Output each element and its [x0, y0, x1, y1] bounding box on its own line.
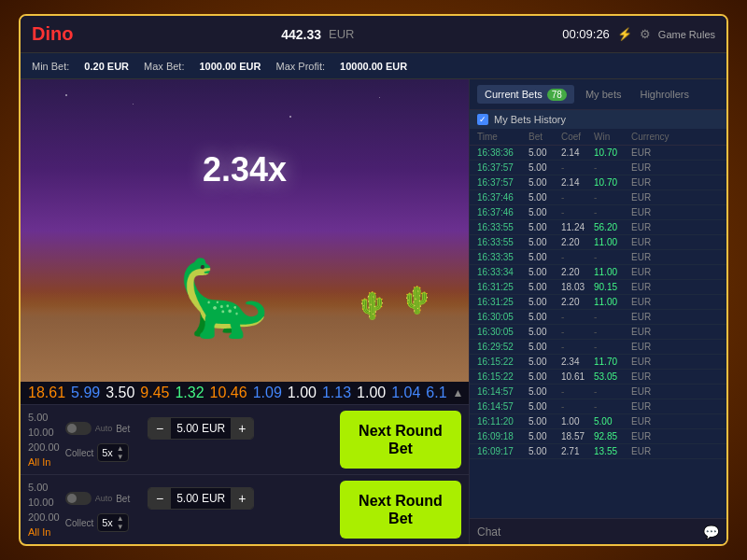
sub-header: Min Bet: 0.20 EUR Max Bet: 1000.00 EUR M… — [21, 53, 726, 79]
bet-input-group-2: − 5.00 EUR + — [148, 487, 254, 510]
cactus-icon: 🌵 — [356, 290, 388, 321]
star — [379, 97, 380, 98]
cell-win: 11.00 — [594, 237, 631, 247]
cell-win: - — [594, 342, 631, 352]
game-rules-link[interactable]: Game Rules — [658, 29, 715, 40]
bet-input-group-1: − 5.00 EUR + — [148, 417, 254, 440]
cell-time: 16:30:05 — [477, 312, 529, 322]
cell-currency: EUR — [631, 282, 673, 292]
table-header: Time Bet Coef Win Currency — [470, 129, 726, 146]
cell-bet: 5.00 — [529, 177, 561, 188]
table-row: 16:11:205.001.005.00EUR — [470, 414, 726, 429]
side-val: 200.00 — [28, 511, 60, 523]
chat-icon: 💬 — [703, 525, 719, 539]
collect-row-2: Collect 5x ▲ ▼ — [65, 513, 334, 532]
collect-arrows-1[interactable]: ▲ ▼ — [117, 445, 124, 461]
table-row: 16:33:555.002.2011.00EUR — [470, 235, 726, 250]
col-win-header: Win — [594, 132, 631, 142]
table-row: 16:38:365.002.1410.70EUR — [470, 146, 726, 161]
next-round-btn-2[interactable]: Next Round Bet — [340, 481, 461, 539]
bet-increase-btn-2[interactable]: + — [231, 487, 253, 510]
balance-section: 442.33 EUR — [281, 27, 354, 42]
cell-coef: - — [561, 207, 594, 217]
bet-label: Bet — [116, 494, 144, 504]
auto-toggle-1[interactable] — [65, 422, 92, 435]
next-round-btn-1[interactable]: Next Round Bet — [340, 411, 461, 469]
chat-bar: Chat 💬 — [470, 518, 726, 544]
cell-time: 16:11:20 — [477, 416, 529, 427]
cell-bet: 5.00 — [529, 327, 561, 337]
tab-my-bets[interactable]: My bets — [578, 85, 629, 104]
bet-row-1: Auto Bet − 5.00 EUR + — [65, 417, 334, 440]
arrow-up-icon: ▲ — [117, 515, 124, 523]
cell-win: 11.00 — [594, 267, 631, 277]
cell-bet: 5.00 — [529, 267, 561, 277]
chat-label: Chat — [477, 525, 500, 539]
cell-coef: 11.24 — [561, 222, 594, 232]
main-container: Dino 442.33 EUR 00:09:26 ⚡ ⚙ Game Rules … — [19, 14, 728, 546]
auto-label: Auto — [95, 494, 113, 503]
bet-row-2: Auto Bet − 5.00 EUR + — [65, 487, 334, 510]
cell-coef: 2.34 — [561, 357, 594, 367]
balance-amount: 442.33 — [281, 27, 321, 42]
max-profit-label: Max Profit: — [276, 61, 326, 72]
cell-time: 16:29:52 — [477, 342, 529, 352]
cell-coef: 2.20 — [561, 297, 594, 307]
tab-highrollers[interactable]: Highrollers — [632, 85, 697, 104]
tab-current-bets[interactable]: Current Bets 78 — [477, 85, 574, 104]
cell-coef: 2.20 — [561, 267, 594, 277]
cell-currency: EUR — [631, 446, 673, 456]
cell-coef: - — [561, 342, 594, 352]
mult-value: 18.61 — [28, 385, 65, 401]
cell-time: 16:33:34 — [477, 267, 529, 277]
mult-value: 1.32 — [175, 385, 204, 401]
dino-sprite: 🦕 — [177, 261, 271, 336]
scroll-up-icon[interactable]: ▲ — [453, 386, 464, 399]
auto-toggle-2[interactable] — [65, 492, 92, 505]
auto-label: Auto — [95, 424, 113, 433]
cell-bet: 5.00 — [529, 162, 561, 173]
cell-currency: EUR — [631, 177, 673, 188]
table-row: 16:31:255.0018.0390.15EUR — [470, 280, 726, 295]
cell-currency: EUR — [631, 312, 673, 322]
table-row: 16:37:575.002.1410.70EUR — [470, 175, 726, 190]
cell-bet: 5.00 — [529, 207, 561, 217]
max-bet-label: Max Bet: — [144, 61, 184, 72]
cell-time: 16:37:46 — [477, 192, 529, 203]
cell-currency: EUR — [631, 401, 673, 412]
cell-bet: 5.00 — [529, 222, 561, 232]
collect-arrows-2[interactable]: ▲ ▼ — [117, 515, 124, 531]
cell-bet: 5.00 — [529, 416, 561, 427]
cell-bet: 5.00 — [529, 431, 561, 441]
bet-decrease-btn-2[interactable]: − — [148, 487, 171, 510]
table-row: 16:09:175.002.7113.55EUR — [470, 444, 726, 459]
cell-bet: 5.00 — [529, 342, 561, 352]
cell-win: - — [594, 162, 631, 173]
cell-coef: 10.61 — [561, 371, 594, 382]
cell-bet: 5.00 — [529, 297, 561, 307]
bet-increase-btn-1[interactable]: + — [231, 417, 253, 440]
min-bet-value: 0.20 EUR — [84, 61, 129, 72]
cell-currency: EUR — [631, 431, 673, 441]
cell-currency: EUR — [631, 222, 673, 232]
table-row: 16:09:185.0018.5792.85EUR — [470, 429, 726, 444]
table-row: 16:14:575.00--EUR — [470, 385, 726, 399]
tabs: Current Bets 78 My bets Highrollers — [470, 79, 726, 110]
mult-value: 1.13 — [322, 385, 351, 401]
cell-bet: 5.00 — [529, 147, 561, 158]
bet-controls-2: Auto Bet − 5.00 EUR + Collect 5x — [65, 487, 334, 532]
cell-bet: 5.00 — [529, 357, 561, 367]
cactus-icon: 🌵 — [401, 285, 433, 315]
settings-icon[interactable]: ⚙ — [640, 27, 651, 41]
cell-win: - — [594, 386, 631, 397]
collect-input-1: 5x ▲ ▼ — [97, 443, 129, 462]
bet-decrease-btn-1[interactable]: − — [148, 417, 171, 440]
cell-coef: - — [561, 312, 594, 322]
current-bets-badge: 78 — [547, 89, 567, 101]
history-checkbox[interactable]: ✓ — [477, 114, 488, 125]
cell-bet: 5.00 — [529, 192, 561, 203]
side-val: 5.00 — [28, 412, 60, 423]
table-row: 16:33:345.002.2011.00EUR — [470, 265, 726, 280]
cell-bet: 5.00 — [529, 252, 561, 262]
mult-value: 9.45 — [140, 385, 169, 401]
